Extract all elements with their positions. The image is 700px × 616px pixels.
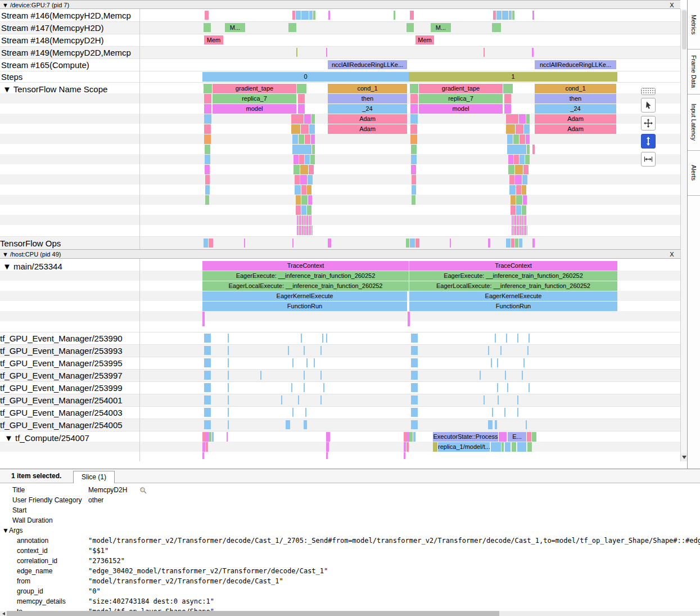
trace-event[interactable]: [506, 124, 515, 134]
trace-event[interactable]: [519, 239, 522, 248]
trace-event[interactable]: [291, 383, 292, 392]
trace-event[interactable]: [291, 124, 300, 134]
trace-event[interactable]: [298, 104, 305, 114]
trace-event[interactable]: [295, 185, 301, 195]
trace-event[interactable]: [412, 195, 416, 205]
trace-event[interactable]: [529, 334, 530, 343]
trace-event[interactable]: [496, 11, 502, 20]
trace-event[interactable]: EagerLocalExecute: __inference_train_fun…: [202, 281, 409, 291]
trace-event[interactable]: [326, 452, 328, 459]
trace-event[interactable]: [296, 48, 297, 57]
trace-event[interactable]: ncclAllReduceRingLLKe...: [328, 60, 407, 69]
trace-event[interactable]: [516, 185, 521, 195]
trace-event[interactable]: [411, 358, 418, 367]
trace-event[interactable]: [411, 371, 418, 380]
trace-event[interactable]: ncclAllReduceRingLLKe...: [535, 60, 616, 69]
trace-event[interactable]: [505, 371, 506, 380]
trace-event[interactable]: [527, 346, 529, 355]
trace-event[interactable]: [204, 334, 211, 343]
trace-event[interactable]: Adam: [535, 114, 616, 124]
trace-event[interactable]: [411, 346, 418, 355]
trace-event[interactable]: [322, 334, 323, 343]
trace-event[interactable]: M...: [431, 23, 451, 32]
trace-event[interactable]: [323, 383, 324, 392]
trace-event[interactable]: [411, 395, 418, 404]
side-tab-frame-data[interactable]: Frame Data: [688, 50, 700, 95]
trace-event[interactable]: [410, 94, 418, 104]
trace-event[interactable]: [506, 114, 518, 124]
trace-event[interactable]: [509, 175, 514, 185]
trace-event[interactable]: [493, 11, 496, 20]
trace-event[interactable]: [520, 155, 525, 164]
args-toggle[interactable]: ▼Args: [2, 527, 23, 534]
trace-event[interactable]: [304, 383, 305, 392]
trace-event[interactable]: [491, 442, 501, 452]
trace-event[interactable]: [299, 134, 304, 144]
trace-event[interactable]: [492, 23, 501, 32]
trace-event[interactable]: [406, 239, 409, 248]
trace-event[interactable]: [311, 134, 315, 144]
trace-event[interactable]: [301, 205, 306, 215]
trace-event[interactable]: [524, 124, 530, 134]
trace-event[interactable]: [410, 239, 415, 248]
trace-event[interactable]: [307, 185, 311, 195]
trace-event[interactable]: [314, 358, 315, 367]
trace-event[interactable]: [495, 334, 496, 343]
trace-event[interactable]: TraceContext: [202, 261, 409, 271]
trace-event[interactable]: [523, 358, 525, 367]
trace-event[interactable]: [306, 358, 308, 367]
trace-event[interactable]: [509, 11, 512, 20]
trace-event[interactable]: 0: [202, 72, 409, 82]
trace-event[interactable]: [522, 371, 523, 380]
gpu-section-title[interactable]: ▼ /device:GPU:7 (pid 7): [2, 1, 69, 10]
trace-event[interactable]: [309, 124, 315, 134]
trace-event[interactable]: [311, 114, 315, 124]
trace-event[interactable]: [328, 239, 331, 248]
trace-event[interactable]: [404, 442, 406, 452]
toolbar-drag-handle[interactable]: [641, 88, 656, 95]
trace-event[interactable]: [526, 134, 530, 144]
trace-event[interactable]: [532, 145, 535, 154]
gpu-close-button[interactable]: X: [668, 1, 676, 10]
trace-event[interactable]: [504, 104, 511, 114]
trace-event[interactable]: [522, 205, 526, 215]
trace-event[interactable]: [298, 94, 305, 104]
trace-event[interactable]: [292, 408, 293, 417]
track-label[interactable]: ▼ TensorFlow Name Scope: [3, 84, 107, 95]
trace-event[interactable]: [204, 408, 211, 417]
trace-event[interactable]: [511, 195, 516, 205]
trace-event[interactable]: [484, 48, 485, 57]
trace-event[interactable]: [488, 420, 493, 429]
trace-event[interactable]: [413, 432, 416, 442]
trace-event[interactable]: [505, 442, 511, 452]
trace-event[interactable]: [526, 420, 527, 429]
trace-event[interactable]: [307, 205, 311, 215]
cpu-close-button[interactable]: X: [668, 250, 676, 259]
trace-event[interactable]: [326, 442, 329, 452]
trace-event[interactable]: [410, 114, 418, 124]
trace-event[interactable]: [309, 11, 313, 20]
trace-event[interactable]: [301, 185, 306, 195]
vertical-scrollbar-thumb[interactable]: [682, 10, 687, 50]
trace-event[interactable]: [532, 432, 536, 442]
trace-event[interactable]: [291, 114, 304, 124]
trace-event[interactable]: EagerKernelExecute: [202, 291, 407, 301]
scroll-left-button[interactable]: [0, 611, 7, 616]
trace-event[interactable]: [509, 185, 516, 195]
trace-event[interactable]: [523, 165, 529, 174]
trace-event[interactable]: [508, 155, 513, 164]
trace-event[interactable]: [205, 155, 210, 164]
trace-event[interactable]: [228, 346, 229, 355]
trace-event[interactable]: [512, 215, 526, 225]
trace-event[interactable]: [488, 346, 489, 355]
trace-event[interactable]: [519, 114, 526, 124]
trace-event[interactable]: [517, 442, 526, 452]
trace-event[interactable]: Adam: [328, 124, 407, 134]
trace-event[interactable]: [526, 114, 530, 124]
trace-event[interactable]: [305, 408, 306, 417]
trace-event[interactable]: EagerExecute: __inference_train_function…: [202, 271, 409, 281]
trace-event[interactable]: [488, 239, 490, 248]
trace-event[interactable]: [300, 175, 307, 185]
trace-event[interactable]: [304, 371, 305, 380]
trace-event[interactable]: [328, 11, 330, 20]
